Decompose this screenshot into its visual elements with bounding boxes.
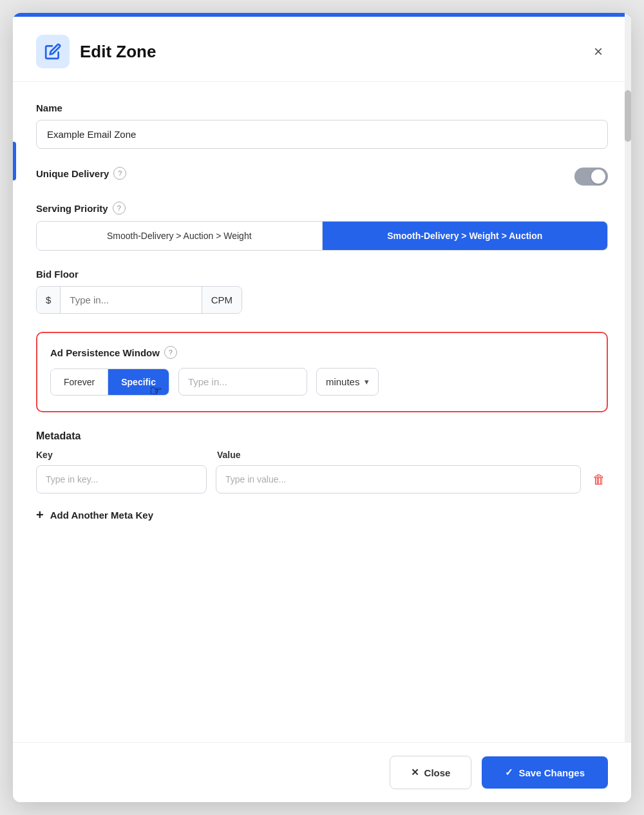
name-input[interactable]: [36, 120, 608, 149]
metadata-key-input[interactable]: [36, 465, 207, 494]
serving-priority-help-icon: ?: [113, 202, 126, 215]
persistence-value-input[interactable]: [178, 368, 307, 396]
edit-icon-box: [36, 35, 70, 68]
bid-floor-suffix: CPM: [202, 287, 242, 313]
unique-delivery-help-icon: ?: [113, 167, 126, 180]
unique-delivery-label: Unique Delivery ?: [36, 167, 126, 180]
footer-close-button[interactable]: ✕ Close: [390, 756, 472, 789]
persistence-controls: Forever Specific minutes ▾: [50, 368, 594, 396]
delete-meta-row-button[interactable]: 🗑: [590, 470, 608, 490]
close-header-icon: ×: [594, 43, 603, 60]
metadata-col-labels: Key Value: [36, 450, 608, 460]
unique-delivery-row: Unique Delivery ?: [36, 167, 608, 186]
serving-priority-group: Serving Priority ? Smooth-Delivery > Auc…: [36, 202, 608, 251]
metadata-value-col-label: Value: [217, 450, 608, 460]
modal-header-left: Edit Zone: [36, 35, 156, 68]
name-field-group: Name: [36, 102, 608, 149]
priority-option-2[interactable]: Smooth-Delivery > Weight > Auction: [323, 222, 608, 250]
save-changes-button[interactable]: ✓ Save Changes: [482, 756, 608, 789]
scrollbar-thumb[interactable]: [625, 90, 631, 142]
unique-delivery-toggle[interactable]: [574, 168, 608, 186]
name-label: Name: [36, 102, 608, 113]
metadata-key-col-label: Key: [36, 450, 207, 460]
ad-persistence-box: Ad Persistence Window ? Forever Specific…: [36, 332, 608, 412]
left-accent: [13, 142, 16, 180]
persistence-specific-btn[interactable]: Specific: [108, 369, 169, 395]
serving-priority-label: Serving Priority ?: [36, 202, 608, 215]
ad-persistence-help-icon: ?: [164, 346, 177, 359]
persistence-unit-label: minutes: [326, 376, 360, 387]
modal-footer: ✕ Close ✓ Save Changes: [13, 742, 631, 802]
ad-persistence-label: Ad Persistence Window ?: [50, 346, 594, 359]
bid-floor-label: Bid Floor: [36, 269, 608, 280]
priority-option-1[interactable]: Smooth-Delivery > Auction > Weight: [37, 222, 323, 250]
persistence-unit-select[interactable]: minutes ▾: [316, 368, 379, 396]
save-check-icon: ✓: [505, 767, 513, 778]
bid-floor-input[interactable]: [61, 287, 201, 313]
bid-floor-prefix: $: [37, 287, 61, 313]
modal-header: Edit Zone ×: [13, 17, 631, 82]
bid-floor-group: Bid Floor $ CPM: [36, 269, 608, 314]
persistence-buttons: Forever Specific: [50, 369, 169, 396]
modal-body: Name Unique Delivery ? Serving Priority …: [13, 82, 631, 606]
edit-zone-modal: Edit Zone × Name Unique Delivery ?: [13, 13, 631, 802]
footer-close-x-icon: ✕: [411, 767, 419, 778]
metadata-value-input[interactable]: [216, 465, 581, 494]
modal-title: Edit Zone: [80, 42, 156, 62]
metadata-title: Metadata: [36, 430, 608, 442]
close-header-button[interactable]: ×: [589, 41, 608, 62]
metadata-section: Metadata Key Value 🗑 + Add Another Meta …: [36, 430, 608, 529]
serving-priority-buttons: Smooth-Delivery > Auction > Weight Smoot…: [36, 221, 608, 251]
trash-icon: 🗑: [592, 472, 605, 487]
toggle-knob: [591, 169, 605, 184]
persistence-forever-btn[interactable]: Forever: [51, 369, 108, 395]
edit-icon: [44, 43, 61, 60]
add-meta-plus-icon: +: [36, 508, 44, 523]
metadata-row: 🗑: [36, 465, 608, 494]
add-meta-key-button[interactable]: + Add Another Meta Key: [36, 501, 153, 529]
persistence-chevron-icon: ▾: [365, 377, 369, 387]
scrollbar[interactable]: [625, 13, 631, 802]
bid-floor-row: $ CPM: [36, 286, 242, 314]
